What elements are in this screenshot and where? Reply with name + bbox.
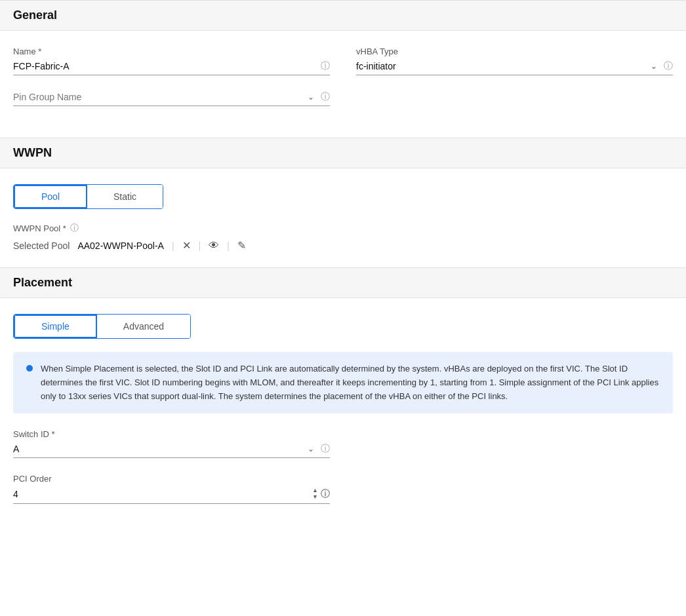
selected-pool-label: Selected Pool	[13, 241, 70, 251]
pci-order-form-group: PCI Order ▲ ▼ ⓘ	[13, 474, 330, 504]
placement-title: Placement	[13, 276, 673, 290]
placement-simple-button[interactable]: Simple	[14, 315, 97, 338]
pci-order-info-icon[interactable]: ⓘ	[321, 488, 330, 500]
pci-order-spinner-wrapper: ▲ ▼ ⓘ	[13, 488, 330, 504]
pci-order-input[interactable]	[13, 489, 312, 499]
name-info-icon[interactable]: ⓘ	[321, 60, 330, 72]
wwpn-static-button[interactable]: Static	[87, 185, 163, 208]
pool-view-icon[interactable]: 👁	[209, 240, 219, 252]
pci-order-spinner[interactable]: ▲ ▼	[312, 488, 318, 501]
switch-id-filler	[356, 429, 673, 458]
placement-info-box: When Simple Placement is selected, the S…	[13, 352, 673, 414]
vhba-type-info-icon[interactable]: ⓘ	[664, 60, 673, 72]
switch-id-info-icon[interactable]: ⓘ	[321, 443, 330, 455]
wwpn-section-header: WWPN	[0, 138, 686, 168]
vhba-type-value: fc-initiator	[356, 61, 651, 71]
page-container: General Name * ⓘ vHBA Type fc-initiator …	[0, 0, 686, 535]
pin-group-label: Pin Group Name	[13, 92, 308, 102]
switch-id-input-wrapper: A ⌄ ⓘ	[13, 443, 330, 458]
wwpn-pool-button[interactable]: Pool	[14, 185, 87, 208]
placement-section-header: Placement	[0, 267, 686, 298]
general-form-row-2: Pin Group Name ⌄ ⓘ	[13, 91, 673, 106]
info-dot-icon	[26, 365, 33, 372]
vhba-type-chevron-icon[interactable]: ⌄	[651, 62, 657, 71]
vhba-type-input-wrapper: fc-initiator ⌄ ⓘ	[356, 60, 673, 75]
name-form-group: Name * ⓘ	[13, 47, 330, 75]
general-section-header: General	[0, 0, 686, 31]
placement-section-body: Simple Advanced When Simple Placement is…	[0, 298, 686, 535]
pool-divider-3: |	[227, 241, 230, 251]
switch-id-chevron-icon[interactable]: ⌄	[308, 444, 314, 453]
pci-order-down-icon[interactable]: ▼	[312, 494, 318, 501]
wwpn-section-body: Pool Static WWPN Pool * ⓘ Selected Pool …	[0, 168, 686, 267]
switch-id-value: A	[13, 444, 308, 454]
pool-clear-icon[interactable]: ✕	[182, 239, 191, 252]
wwpn-toggle-group: Pool Static	[13, 184, 163, 209]
placement-advanced-button[interactable]: Advanced	[97, 315, 190, 338]
pin-group-info-icon[interactable]: ⓘ	[321, 91, 330, 103]
placement-toggle-group: Simple Advanced	[13, 314, 191, 339]
switch-id-form-group: Switch ID * A ⌄ ⓘ	[13, 429, 330, 458]
name-input-wrapper: ⓘ	[13, 60, 330, 75]
name-input[interactable]	[13, 61, 317, 71]
pool-divider-1: |	[172, 241, 174, 251]
general-title: General	[13, 9, 673, 22]
pci-order-filler	[356, 474, 673, 504]
pin-group-chevron-icon[interactable]: ⌄	[308, 92, 314, 102]
pool-divider-2: |	[199, 241, 201, 251]
switch-id-label: Switch ID *	[13, 429, 330, 439]
wwpn-pool-info-icon[interactable]: ⓘ	[70, 222, 79, 234]
general-form-row-1: Name * ⓘ vHBA Type fc-initiator ⌄ ⓘ	[13, 47, 673, 75]
general-section-body: Name * ⓘ vHBA Type fc-initiator ⌄ ⓘ	[0, 31, 686, 138]
pool-edit-icon[interactable]: ✎	[237, 239, 246, 252]
pci-order-form-row: PCI Order ▲ ▼ ⓘ	[13, 474, 673, 504]
wwpn-pool-label: WWPN Pool * ⓘ	[13, 222, 673, 234]
name-label: Name *	[13, 47, 330, 56]
pci-order-label: PCI Order	[13, 474, 330, 484]
wwpn-pool-label-text: WWPN Pool *	[13, 223, 66, 233]
pin-group-form-group: Pin Group Name ⌄ ⓘ	[13, 91, 330, 106]
general-filler	[356, 91, 673, 106]
selected-pool-row: Selected Pool AA02-WWPN-Pool-A | ✕ | 👁 |…	[13, 239, 673, 252]
placement-info-text: When Simple Placement is selected, the S…	[41, 362, 660, 403]
vhba-type-form-group: vHBA Type fc-initiator ⌄ ⓘ	[356, 47, 673, 75]
wwpn-title: WWPN	[13, 146, 673, 160]
vhba-type-label: vHBA Type	[356, 47, 673, 56]
selected-pool-value: AA02-WWPN-Pool-A	[77, 241, 163, 251]
pin-group-input-wrapper: Pin Group Name ⌄ ⓘ	[13, 91, 330, 106]
switch-id-form-row: Switch ID * A ⌄ ⓘ	[13, 429, 673, 458]
